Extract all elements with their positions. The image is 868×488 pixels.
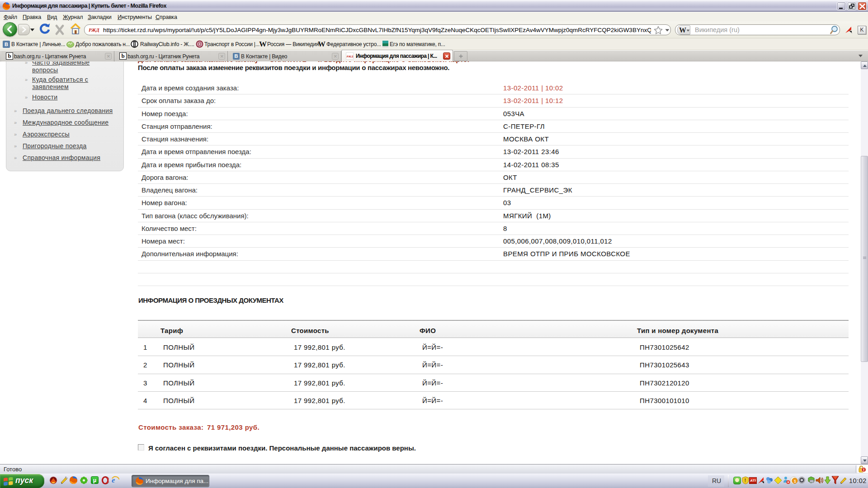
- svg-text:РЖД: РЖД: [347, 55, 353, 58]
- svg-text:1: 1: [794, 479, 796, 483]
- svg-text:РЖД: РЖД: [89, 27, 99, 33]
- svg-text:!: !: [745, 478, 746, 483]
